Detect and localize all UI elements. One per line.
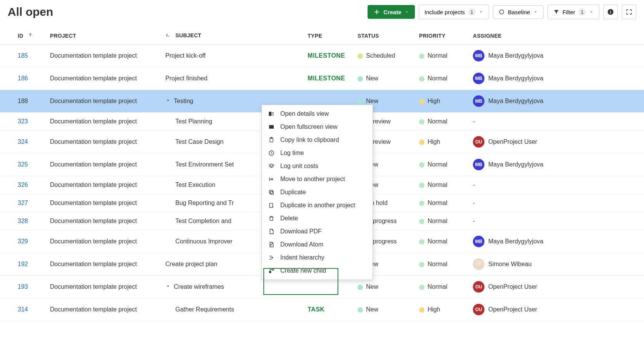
- subject-cell[interactable]: Project finished: [161, 67, 304, 90]
- hierarchy-icon: [165, 33, 171, 39]
- svg-point-2: [500, 10, 504, 14]
- table-row[interactable]: 186Documentation template projectProject…: [0, 67, 644, 90]
- work-package-id-link[interactable]: 329: [18, 238, 28, 245]
- avatar: OU: [473, 281, 484, 293]
- atom-icon: [268, 241, 275, 248]
- chevron-down-icon[interactable]: [165, 98, 172, 103]
- col-header-assignee[interactable]: ASSIGNEE: [469, 27, 644, 45]
- type-cell: TASK: [304, 298, 354, 321]
- svg-rect-10: [270, 125, 274, 128]
- page-header: All open Create Include projects 1 Basel…: [0, 0, 644, 27]
- duplicate-icon: [268, 189, 275, 196]
- priority-cell: Normal: [415, 230, 469, 253]
- indent-icon: [268, 254, 275, 261]
- table-row[interactable]: 185Documentation template projectProject…: [0, 45, 644, 67]
- work-package-id-link[interactable]: 324: [18, 138, 28, 145]
- sort-asc-icon: [28, 32, 33, 38]
- context-menu-item[interactable]: Copy link to clipboard: [262, 133, 373, 147]
- priority-cell: Normal: [415, 67, 469, 90]
- filter-label: Filter: [562, 9, 575, 15]
- fullscreen-button[interactable]: [622, 5, 636, 19]
- info-button[interactable]: i: [603, 5, 618, 19]
- avatar: MB: [473, 73, 484, 84]
- baseline-button[interactable]: Baseline: [493, 5, 544, 19]
- priority-cell: Normal: [415, 276, 469, 298]
- priority-dot-icon: [419, 307, 424, 313]
- project-cell: Documentation template project: [46, 212, 161, 230]
- priority-dot-icon: [419, 183, 424, 188]
- col-header-id[interactable]: ID: [0, 27, 46, 45]
- context-menu-label: Move to another project: [280, 176, 345, 183]
- filter-button[interactable]: Filter 1: [547, 5, 599, 19]
- work-package-id-link[interactable]: 185: [18, 52, 28, 59]
- work-package-id-link[interactable]: 193: [18, 283, 28, 290]
- context-menu-item[interactable]: Open fullscreen view: [262, 120, 373, 133]
- context-menu: Open details viewOpen fullscreen viewCop…: [261, 105, 373, 280]
- avatar: MB: [473, 236, 484, 247]
- assignee-cell: -: [469, 113, 644, 131]
- avatar: [473, 258, 484, 270]
- context-menu-label: Log time: [280, 150, 304, 157]
- status-cell: New: [354, 67, 415, 90]
- context-menu-item[interactable]: Create new child: [262, 264, 373, 277]
- chevron-down-icon: [589, 10, 594, 14]
- context-menu-label: Duplicate in another project: [280, 202, 355, 209]
- context-menu-item[interactable]: Download PDF: [262, 225, 373, 238]
- col-header-subject[interactable]: SUBJECT: [161, 27, 304, 45]
- filter-count: 1: [578, 8, 586, 16]
- type-cell: MILESTONE: [304, 45, 354, 67]
- table-row[interactable]: 314Documentation template projectGather …: [0, 298, 644, 321]
- project-cell: Documentation template project: [46, 45, 161, 67]
- priority-cell: High: [415, 298, 469, 321]
- context-menu-item[interactable]: Log time: [262, 147, 373, 160]
- work-package-id-link[interactable]: 325: [18, 161, 28, 168]
- context-menu-item[interactable]: Delete: [262, 212, 373, 225]
- pdf-icon: [268, 228, 275, 235]
- work-package-id-link[interactable]: 326: [18, 181, 28, 188]
- assignee-cell: MBMaya Berdygylyjova: [469, 153, 644, 176]
- work-package-id-link[interactable]: 314: [18, 306, 28, 313]
- col-header-priority[interactable]: PRIORITY: [415, 27, 469, 45]
- context-menu-item[interactable]: Move to another project: [262, 173, 373, 186]
- assignee-cell: Simone Wibeau: [469, 253, 644, 276]
- type-cell: MILESTONE: [304, 67, 354, 90]
- work-package-id-link[interactable]: 327: [18, 200, 28, 206]
- context-menu-item[interactable]: Download Atom: [262, 238, 373, 251]
- fullscreen-icon: [268, 123, 275, 130]
- priority-dot-icon: [419, 162, 424, 168]
- work-package-id-link[interactable]: 186: [18, 75, 28, 82]
- context-menu-item[interactable]: Open details view: [262, 107, 373, 120]
- assignee-cell: MBMaya Berdygylyjova: [469, 45, 644, 67]
- priority-dot-icon: [419, 119, 424, 125]
- priority-dot-icon: [419, 219, 424, 224]
- context-menu-label: Download Atom: [280, 241, 323, 248]
- context-menu-item[interactable]: Duplicate: [262, 186, 373, 199]
- svg-rect-6: [269, 112, 271, 115]
- chevron-down-icon[interactable]: [165, 283, 172, 289]
- chevron-down-icon: [479, 10, 483, 14]
- create-button[interactable]: Create: [368, 5, 415, 19]
- assignee-cell: OUOpenProject User: [469, 298, 644, 321]
- context-menu-item[interactable]: Log unit costs: [262, 160, 373, 173]
- context-menu-item[interactable]: Indent hierarchy: [262, 251, 373, 264]
- priority-cell: Normal: [415, 176, 469, 194]
- subject-cell[interactable]: Gather Requirements: [161, 298, 304, 321]
- project-cell: Documentation template project: [46, 113, 161, 131]
- col-header-project[interactable]: PROJECT: [46, 27, 161, 45]
- project-cell: Documentation template project: [46, 253, 161, 276]
- work-package-id-link[interactable]: 188: [18, 98, 28, 104]
- svg-rect-20: [270, 271, 271, 273]
- subject-cell[interactable]: Project kick-off: [161, 45, 304, 67]
- context-menu-item[interactable]: Duplicate in another project: [262, 199, 373, 212]
- move-icon: [268, 176, 275, 183]
- context-menu-label: Create new child: [280, 267, 326, 274]
- project-cell: Documentation template project: [46, 194, 161, 212]
- work-package-id-link[interactable]: 323: [18, 118, 28, 125]
- project-cell: Documentation template project: [46, 90, 161, 113]
- col-header-type[interactable]: TYPE: [304, 27, 354, 45]
- chevron-down-icon: [404, 10, 409, 14]
- col-header-status[interactable]: STATUS: [354, 27, 415, 45]
- work-package-id-link[interactable]: 192: [18, 261, 28, 267]
- work-package-id-link[interactable]: 328: [18, 218, 28, 224]
- include-projects-button[interactable]: Include projects 1: [419, 5, 489, 19]
